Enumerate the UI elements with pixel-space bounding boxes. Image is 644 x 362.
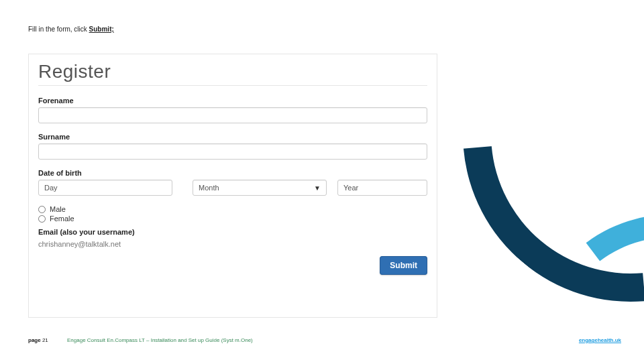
- dob-day-select[interactable]: Day: [38, 180, 172, 196]
- dob-year-value: Year: [343, 184, 358, 192]
- form-actions: Submit: [38, 259, 427, 271]
- dob-year-select[interactable]: Year: [337, 180, 427, 196]
- dob-row: Day Month ▼ Year: [38, 180, 427, 196]
- register-panel: Register Forename Surname Date of birth …: [28, 54, 437, 318]
- footer-page: page 21: [28, 337, 48, 343]
- instruction-line: Fill in the form, click Submit;: [28, 25, 114, 33]
- submit-button[interactable]: Submit: [380, 256, 427, 275]
- instruction-bold: Submit;: [89, 25, 114, 33]
- page-title: Register: [38, 61, 427, 82]
- gender-female-label: Female: [50, 215, 74, 223]
- footer-page-label: page: [28, 337, 42, 343]
- dob-month-value: Month: [199, 184, 219, 192]
- gender-male-label: Male: [50, 205, 66, 213]
- gender-female-radio[interactable]: [38, 215, 46, 223]
- dob-label: Date of birth: [38, 169, 427, 177]
- forename-input[interactable]: [38, 107, 427, 123]
- email-value: chrishanney@talktalk.net: [38, 239, 427, 251]
- footer-page-number: 21: [42, 337, 48, 343]
- dob-day-value: Day: [44, 184, 58, 192]
- gender-male-row[interactable]: Male: [38, 205, 427, 213]
- dob-month-select[interactable]: Month ▼: [193, 180, 327, 196]
- forename-label: Forename: [38, 97, 427, 105]
- divider: [38, 85, 427, 86]
- surname-label: Surname: [38, 133, 427, 141]
- gender-female-row[interactable]: Female: [38, 215, 427, 223]
- email-label: Email (also your username): [38, 228, 427, 236]
- instruction-prefix: Fill in the form, click: [28, 25, 89, 33]
- chevron-down-icon: ▼: [314, 184, 321, 192]
- footer-doc-title: Engage Consult En.Compass LT – Installat…: [67, 337, 253, 343]
- gender-male-radio[interactable]: [38, 206, 46, 213]
- surname-input[interactable]: [38, 143, 427, 160]
